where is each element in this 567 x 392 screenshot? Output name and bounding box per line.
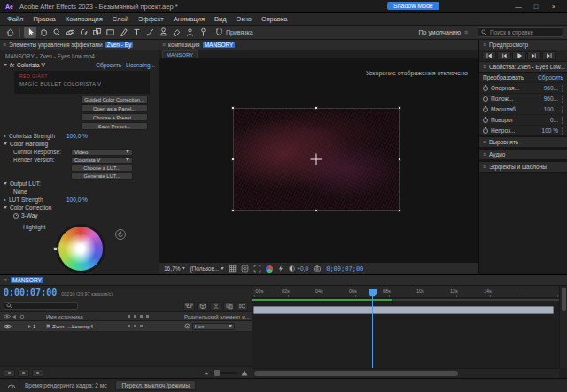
shadow-mode-badge[interactable]: Shadow Mode bbox=[387, 2, 439, 10]
properties-panel-header[interactable]: ≡ Свойства: Zven - Eyes Low... bbox=[479, 62, 567, 73]
last-frame-button[interactable] bbox=[542, 51, 556, 60]
pen-tool[interactable] bbox=[117, 27, 129, 38]
drag-grip-icon[interactable] bbox=[562, 98, 563, 100]
menu-window[interactable]: Окно bbox=[237, 15, 252, 23]
selection-handle[interactable] bbox=[398, 106, 401, 110]
colorista-strength-row[interactable]: Colorista Strength 100,0 % bbox=[0, 132, 159, 140]
zoom-out-mountain-icon[interactable] bbox=[204, 370, 209, 375]
choose-lut-button[interactable]: Choose a LUT... bbox=[71, 165, 133, 172]
anchor-point-crosshair[interactable] bbox=[311, 154, 322, 165]
three-way-radio[interactable] bbox=[13, 213, 19, 219]
layer-source-name[interactable]: Zven -...Low.mp4 bbox=[52, 324, 93, 329]
motion-blur-switch-icon[interactable] bbox=[140, 325, 143, 327]
zoom-tool[interactable] bbox=[50, 27, 63, 38]
stopwatch-icon[interactable] bbox=[483, 86, 488, 91]
menu-view[interactable]: Вид bbox=[214, 15, 227, 23]
timeline-empty-rows[interactable] bbox=[0, 332, 252, 366]
parent-link-column[interactable]: Родительский элемент и... bbox=[183, 314, 252, 319]
menu-file[interactable]: Файл bbox=[7, 15, 23, 23]
twirl-right-icon[interactable] bbox=[4, 198, 6, 202]
panel-menu-icon[interactable]: ≡ bbox=[483, 151, 486, 158]
audio-panel-header[interactable]: ≡ Аудио bbox=[479, 150, 567, 160]
parent-dropdown[interactable]: Нет bbox=[192, 323, 235, 330]
minimize-button[interactable]: — bbox=[509, 3, 527, 11]
rotation-tool[interactable] bbox=[77, 27, 89, 38]
stopwatch-icon[interactable] bbox=[483, 128, 488, 134]
hand-tool[interactable] bbox=[37, 27, 50, 38]
selection-handle[interactable] bbox=[315, 209, 318, 212]
effect-name[interactable]: Colorista V bbox=[17, 62, 45, 68]
first-frame-button[interactable] bbox=[482, 51, 496, 60]
stopwatch-icon[interactable] bbox=[483, 96, 488, 102]
comp-timecode[interactable]: 0;00;07;00 bbox=[326, 265, 363, 273]
zoom-slider-thumb[interactable] bbox=[214, 370, 220, 376]
composition-mini-flowchart-button[interactable] bbox=[183, 302, 195, 311]
channels-button[interactable] bbox=[266, 265, 273, 273]
help-search-input[interactable]: Поиск в справке bbox=[478, 27, 563, 37]
menu-help[interactable]: Справка bbox=[261, 15, 287, 23]
effect-header-row[interactable]: fx Colorista V Сбросить Licensing... bbox=[0, 61, 159, 69]
hue-ring-handle[interactable] bbox=[53, 247, 58, 250]
stopwatch-icon[interactable] bbox=[483, 107, 488, 112]
timeline-zoom-slider[interactable] bbox=[212, 372, 238, 374]
timeline-horizontal-scrollbar[interactable] bbox=[252, 368, 559, 378]
panel-menu-icon[interactable]: ≡ bbox=[483, 139, 486, 145]
timeline-vertical-scrollbar[interactable] bbox=[559, 286, 567, 368]
time-ruler[interactable]: :00s 02s 04s 06s 08s 10s 12s 14s bbox=[252, 286, 559, 298]
selection-handle[interactable] bbox=[231, 106, 235, 110]
color-handling-row[interactable]: Color Handling bbox=[0, 140, 159, 148]
twirl-down-icon[interactable] bbox=[4, 142, 7, 145]
menu-edit[interactable]: Правка bbox=[33, 15, 55, 23]
layer-name-cell[interactable]: Zven -...Low.mp4 bbox=[46, 324, 128, 329]
shy-layers-button[interactable] bbox=[210, 302, 221, 311]
video-preview-frame[interactable] bbox=[234, 109, 399, 210]
expand-in-out-button[interactable] bbox=[32, 369, 43, 377]
property-value[interactable]: 100 % bbox=[542, 127, 558, 134]
region-of-interest-button[interactable] bbox=[253, 265, 261, 273]
menu-animation[interactable]: Анимация bbox=[174, 15, 205, 23]
property-value[interactable]: 960... bbox=[544, 96, 558, 102]
menu-composition[interactable]: Композиция bbox=[66, 15, 103, 23]
rectangle-tool[interactable] bbox=[104, 27, 116, 38]
orbit-camera-tool[interactable] bbox=[64, 27, 76, 38]
current-time-display[interactable]: 0;00;07;00 bbox=[4, 288, 57, 297]
scrollbar-thumb[interactable] bbox=[562, 288, 566, 311]
drag-grip-icon[interactable] bbox=[562, 119, 563, 121]
frame-blending-button[interactable] bbox=[223, 302, 235, 311]
drag-grip-icon[interactable] bbox=[562, 109, 563, 111]
layer-track[interactable] bbox=[252, 305, 559, 315]
motion-blur-button[interactable] bbox=[237, 302, 248, 311]
panel-menu-icon[interactable]: ≡ bbox=[483, 64, 486, 70]
colorista-strength-value[interactable]: 100,0 % bbox=[66, 133, 88, 139]
panel-menu-icon[interactable]: ≡ bbox=[162, 42, 166, 48]
mask-visibility-button[interactable] bbox=[241, 265, 249, 273]
drag-grip-icon[interactable] bbox=[562, 88, 563, 89]
twirl-right-icon[interactable] bbox=[4, 135, 6, 138]
maximize-button[interactable]: □ bbox=[527, 3, 545, 11]
toggle-switches-modes-button[interactable]: Перекл. выключ./режимы bbox=[115, 380, 196, 390]
menu-effect[interactable]: Эффект bbox=[138, 15, 164, 23]
generate-lut-button[interactable]: Generate LUT... bbox=[71, 173, 133, 180]
play-button[interactable] bbox=[512, 51, 526, 60]
exposure-control[interactable]: +0,0 bbox=[289, 265, 308, 272]
save-preset-button[interactable]: Save Preset... bbox=[81, 122, 148, 130]
pickwhip-icon[interactable] bbox=[184, 323, 190, 329]
selection-handle[interactable] bbox=[231, 209, 235, 212]
layer-twirl-icon[interactable] bbox=[28, 325, 31, 328]
draft-3d-button[interactable] bbox=[197, 302, 208, 311]
guided-color-correction-button[interactable]: Guided Color Correction... bbox=[81, 96, 148, 104]
snapping-control[interactable]: Привязка bbox=[215, 28, 253, 36]
selection-tool[interactable] bbox=[24, 27, 36, 38]
panel-menu-icon[interactable]: ≡ bbox=[4, 277, 7, 283]
eraser-tool[interactable] bbox=[170, 27, 183, 38]
effects-presets-panel-header[interactable]: ≡ Эффекты и шаблоны bbox=[479, 162, 567, 173]
expand-transfer-controls-button[interactable] bbox=[18, 369, 29, 377]
panel-menu-icon[interactable]: ≡ bbox=[3, 42, 6, 48]
drag-grip-icon[interactable] bbox=[562, 130, 563, 132]
panel-menu-icon[interactable]: ≡ bbox=[483, 164, 486, 170]
stopwatch-icon[interactable] bbox=[483, 118, 488, 123]
composition-viewport[interactable]: Ускорение отображения отключено bbox=[159, 59, 478, 262]
selection-handle[interactable] bbox=[315, 106, 318, 110]
roto-brush-tool[interactable] bbox=[183, 27, 196, 38]
property-value[interactable]: 100... bbox=[544, 106, 558, 112]
